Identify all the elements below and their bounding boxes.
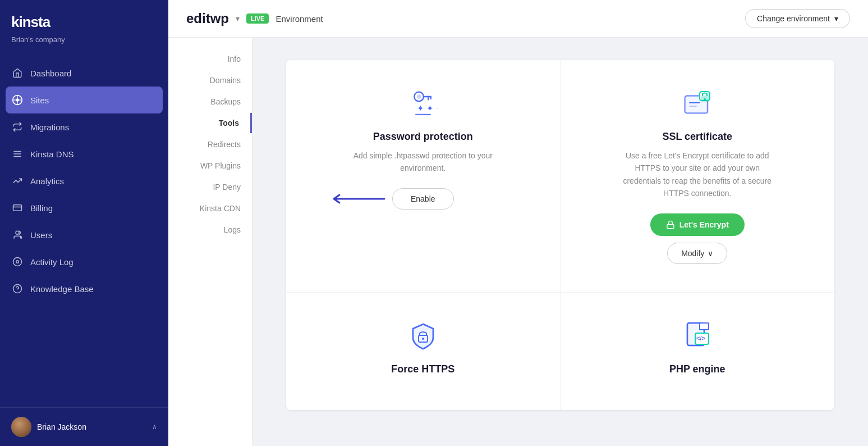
content-area: Info Domains Backups Tools Redirects WP … (168, 38, 868, 446)
ssl-icon (683, 88, 712, 120)
password-icon: ✦ ✦ ✦ (408, 88, 438, 120)
sidebar-nav: Dashboard Sites (0, 55, 168, 407)
sidebar-item-knowledge-base[interactable]: Knowledge Base (0, 275, 168, 302)
tools-grid: ✦ ✦ ✦ Password protection Add simple .ht… (286, 60, 834, 410)
migrations-icon (11, 121, 24, 133)
company-name: Brian's company (0, 35, 168, 55)
subnav-redirects[interactable]: Redirects (168, 134, 252, 154)
password-protection-desc: Add simple .htpasswd protection to your … (345, 149, 502, 175)
svg-point-25 (704, 98, 706, 101)
php-engine-title: PHP engine (669, 363, 725, 375)
subnav-wp-plugins[interactable]: WP Plugins (168, 156, 252, 176)
svg-point-11 (16, 261, 19, 263)
tools-content: ✦ ✦ ✦ Password protection Add simple .ht… (252, 38, 868, 446)
change-env-chevron: ▾ (834, 14, 838, 23)
lock-icon (666, 220, 675, 229)
sidebar-item-migrations[interactable]: Migrations (0, 113, 168, 140)
subnav-backups[interactable]: Backups (168, 92, 252, 112)
header-left: editwp ▾ LIVE Environment (186, 11, 323, 26)
home-icon (11, 67, 24, 79)
site-name: editwp (186, 11, 229, 26)
force-https-card: Force HTTPS (286, 293, 561, 410)
svg-rect-33 (700, 323, 709, 330)
sidebar-item-dashboard[interactable]: Dashboard (0, 60, 168, 87)
dns-icon (11, 148, 24, 160)
svg-point-10 (13, 258, 22, 266)
logo: kinsta (0, 0, 168, 35)
subnav-tools[interactable]: Tools (168, 113, 252, 133)
sidebar-item-label: Users (30, 230, 52, 240)
lets-encrypt-label: Let's Encrypt (679, 220, 729, 229)
live-badge: LIVE (246, 13, 269, 24)
sidebar-item-label: Knowledge Base (30, 284, 94, 294)
ssl-cert-title: SSL certificate (662, 131, 732, 143)
svg-rect-28 (667, 224, 674, 228)
sidebar-item-label: Activity Log (30, 257, 74, 267)
svg-text:✦ ✦ ✦: ✦ ✦ ✦ (417, 104, 438, 113)
modify-button[interactable]: Modify ∨ (667, 243, 727, 264)
avatar (11, 417, 31, 437)
sidebar-item-label: Billing (30, 203, 53, 213)
sidebar-item-sites[interactable]: Sites (6, 87, 163, 113)
sub-nav: Info Domains Backups Tools Redirects WP … (168, 38, 252, 446)
user-menu-chevron[interactable]: ∧ (152, 423, 157, 431)
https-icon (408, 321, 438, 352)
header: editwp ▾ LIVE Environment Change environ… (168, 0, 868, 38)
sidebar-item-label: Analytics (30, 176, 64, 186)
enable-button[interactable]: Enable (392, 188, 454, 210)
main-content: editwp ▾ LIVE Environment Change environ… (168, 0, 868, 446)
analytics-icon (11, 175, 24, 187)
password-protection-title: Password protection (373, 131, 473, 143)
svg-text:</>: </> (696, 335, 705, 342)
logo-text: kinsta (11, 13, 157, 31)
php-icon: </> (683, 321, 712, 352)
subnav-logs[interactable]: Logs (168, 220, 252, 240)
environment-label: Environment (275, 14, 323, 24)
force-https-title: Force HTTPS (391, 363, 454, 375)
activity-icon (11, 256, 24, 268)
subnav-kinsta-cdn[interactable]: Kinsta CDN (168, 198, 252, 219)
sidebar-item-label: Dashboard (30, 69, 71, 78)
change-environment-button[interactable]: Change environment ▾ (745, 9, 850, 28)
sidebar: kinsta Brian's company Dashboard (0, 0, 168, 446)
php-engine-card: </> PHP engine (561, 293, 835, 410)
sites-icon (11, 94, 24, 106)
help-icon (11, 283, 24, 295)
sidebar-footer: Brian Jackson ∧ (0, 407, 168, 446)
lets-encrypt-button[interactable]: Let's Encrypt (650, 213, 745, 236)
change-env-label: Change environment (757, 14, 830, 23)
sidebar-item-label: Sites (30, 95, 49, 105)
billing-icon (11, 202, 24, 214)
subnav-domains[interactable]: Domains (168, 70, 252, 90)
users-icon (11, 229, 24, 241)
svg-rect-7 (13, 205, 22, 211)
svg-point-30 (422, 338, 424, 340)
password-protection-card: ✦ ✦ ✦ Password protection Add simple .ht… (286, 60, 561, 293)
sidebar-item-billing[interactable]: Billing (0, 194, 168, 221)
sidebar-item-analytics[interactable]: Analytics (0, 167, 168, 194)
sidebar-item-kinsta-dns[interactable]: Kinsta DNS (0, 140, 168, 167)
svg-point-15 (417, 94, 421, 98)
modify-chevron: ∨ (708, 249, 713, 258)
ssl-certificate-card: SSL certificate Use a free Let's Encrypt… (561, 60, 835, 293)
ssl-cert-desc: Use a free Let's Encrypt certificate to … (619, 149, 776, 200)
sidebar-item-activity-log[interactable]: Activity Log (0, 248, 168, 275)
subnav-ip-deny[interactable]: IP Deny (168, 177, 252, 197)
svg-point-9 (16, 231, 19, 234)
subnav-info[interactable]: Info (168, 49, 252, 69)
footer-user: Brian Jackson (11, 417, 86, 437)
username: Brian Jackson (37, 422, 86, 431)
sidebar-item-users[interactable]: Users (0, 221, 168, 248)
sidebar-item-label: Migrations (30, 122, 69, 132)
modify-label: Modify (681, 249, 704, 258)
sidebar-item-label: Kinsta DNS (30, 149, 74, 159)
site-dropdown-chevron[interactable]: ▾ (236, 14, 240, 23)
